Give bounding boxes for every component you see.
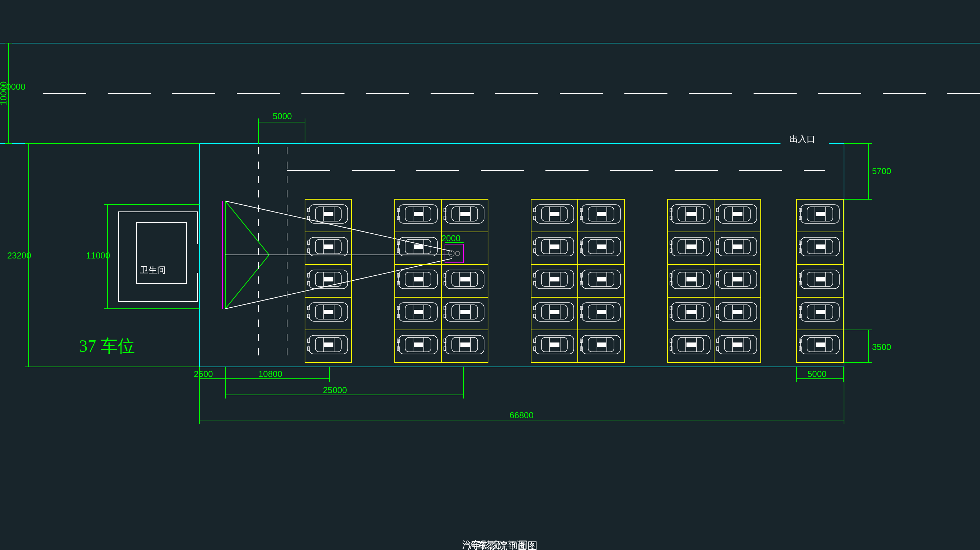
- svg-text:5700: 5700: [872, 166, 891, 176]
- spaces-label: 37 车位: [79, 336, 135, 356]
- svg-text:2600: 2600: [194, 369, 213, 379]
- svg-text:11000: 11000: [86, 250, 110, 260]
- parking-group-5: [797, 199, 843, 363]
- dim-5700: 5700: [844, 143, 891, 199]
- dim-10000-lbl: 10000: [2, 82, 25, 92]
- dim-3500: 3500: [844, 330, 891, 363]
- restroom-label: 卫生间: [140, 265, 166, 275]
- svg-text:5000: 5000: [273, 111, 292, 121]
- svg-text:10800: 10800: [258, 369, 282, 379]
- cad-drawing-canvas[interactable]: 2000 卫生间: [0, 0, 980, 550]
- dim-10800: 10800: [225, 367, 329, 383]
- svg-text:25000: 25000: [323, 385, 347, 395]
- dim-10000: 10000: [0, 43, 12, 143]
- restroom-outline: [118, 212, 197, 301]
- parking-group-3: [531, 199, 624, 363]
- svg-text:5000: 5000: [807, 369, 826, 379]
- exit-entry-label: 出入口: [789, 134, 815, 143]
- dim-2000: 2000: [441, 233, 460, 243]
- parking-group-4: [667, 199, 761, 363]
- svg-point-1: [455, 251, 460, 256]
- svg-text:3500: 3500: [872, 342, 891, 352]
- dim-11000: 11000: [86, 205, 199, 309]
- parking-group-2: [395, 199, 488, 363]
- drawing-title: 汽车影院平面图: [467, 540, 538, 550]
- svg-text:66800: 66800: [509, 410, 534, 420]
- dim-5000-right: 5000: [797, 367, 843, 383]
- proj-ray-top: [225, 201, 452, 251]
- proj-ray-bot: [225, 258, 452, 309]
- projector-icon: [449, 250, 460, 256]
- dim-5000-top: 5000: [258, 111, 305, 143]
- svg-text:23200: 23200: [7, 250, 31, 260]
- dim-2600: 2600: [194, 367, 225, 383]
